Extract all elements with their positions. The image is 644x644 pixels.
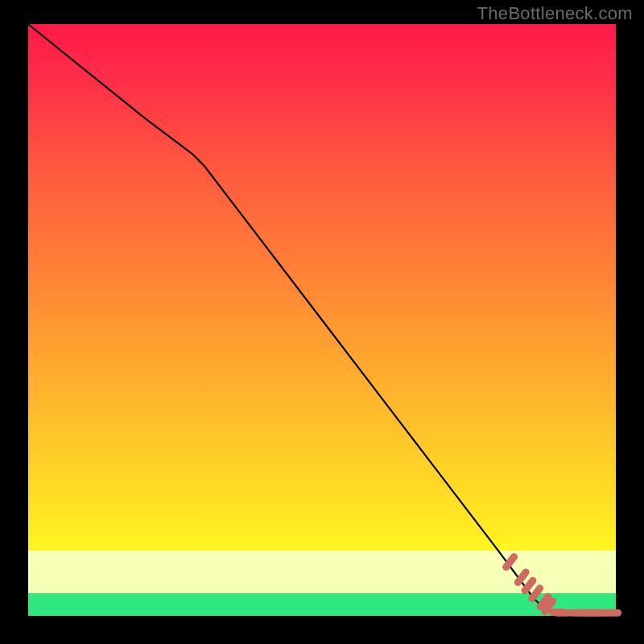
marker-dash [518, 572, 526, 583]
main-curve [28, 24, 616, 614]
plot-svg [28, 24, 616, 616]
marker-dash [506, 557, 514, 568]
watermark-text: TheBottleneck.com [477, 3, 633, 24]
marker-dash [532, 588, 540, 599]
marker-dash [525, 580, 533, 591]
chart-frame: TheBottleneck.com [0, 0, 644, 644]
curve-line [28, 24, 616, 614]
plot-area [28, 24, 616, 616]
